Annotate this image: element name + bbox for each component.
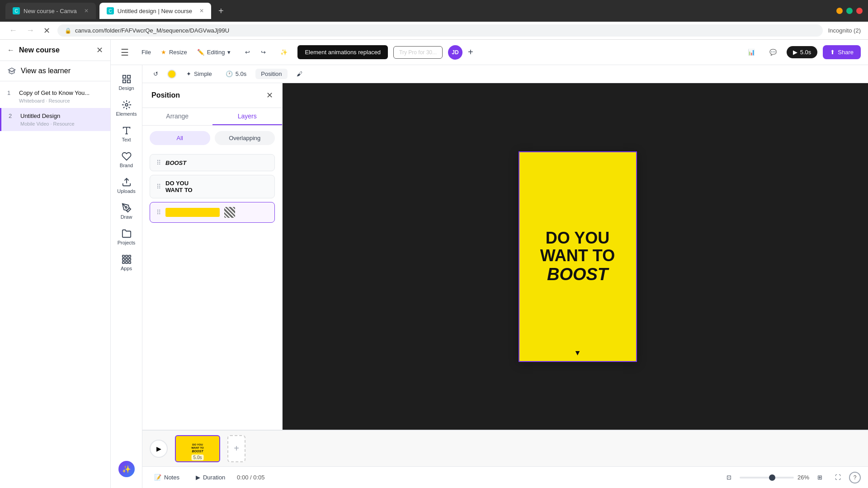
svg-rect-9: [122, 255, 124, 258]
filter-overlapping-button[interactable]: Overlapping: [215, 131, 275, 145]
share-label: Share: [838, 49, 854, 56]
refresh-animation-button[interactable]: ↺: [150, 69, 162, 79]
magic-button[interactable]: ✨: [118, 461, 135, 477]
forward-button[interactable]: →: [24, 24, 36, 37]
panel-title: Position: [151, 91, 180, 99]
design-icon: [122, 74, 132, 84]
dropdown-arrow-icon: ▾: [227, 49, 231, 56]
copy-style-icon: 🖌: [297, 70, 302, 77]
profile-avatar[interactable]: JD: [448, 45, 462, 60]
sidebar-item-apps[interactable]: Apps: [113, 251, 140, 275]
reload-button[interactable]: ✕: [42, 24, 52, 38]
sidebar-item-draw[interactable]: Draw: [113, 199, 140, 223]
analytics-icon: 📊: [748, 49, 755, 56]
main-app-area: ☰ File ★ Resize ✏️ Editing ▾ ↩ ↪ ✨ Eleme…: [111, 40, 868, 488]
notes-icon: 📝: [154, 474, 161, 481]
tab-layers[interactable]: Layers: [212, 108, 283, 125]
apps-label: Apps: [121, 266, 132, 271]
resize-button[interactable]: ★ Resize: [161, 49, 187, 56]
tab-arrange[interactable]: Arrange: [142, 108, 212, 125]
minimize-button[interactable]: [836, 8, 843, 14]
course-item-2-subtitle: Mobile Video · Resource: [20, 121, 103, 127]
duration-button[interactable]: 🕐 5.0s: [222, 69, 250, 79]
share-button[interactable]: ⬆ Share: [823, 45, 861, 59]
color-swatch[interactable]: [167, 70, 176, 79]
undo-button[interactable]: ↩: [241, 46, 255, 58]
position-button[interactable]: Position: [255, 69, 287, 79]
canvas-slide[interactable]: DO YOUWANT TO BOOST: [519, 151, 637, 362]
clock-icon: 🕐: [226, 70, 233, 77]
layer-do-you-want[interactable]: ⠿ DO YOUWANT TO: [150, 175, 275, 198]
svg-point-8: [125, 206, 127, 208]
view-as-learner-button[interactable]: View as learner: [0, 61, 110, 81]
notes-button[interactable]: 📝 Notes: [150, 471, 184, 483]
layer-yellow-rect[interactable]: ⠿: [150, 202, 275, 223]
view-as-learner-label: View as learner: [21, 67, 71, 75]
simple-animation-button[interactable]: ✦ Simple: [182, 69, 217, 79]
svg-rect-10: [125, 255, 127, 258]
add-slide-button[interactable]: +: [227, 435, 245, 462]
screen-size-button[interactable]: ⊡: [722, 471, 736, 483]
grid-view-button[interactable]: ⊞: [813, 471, 827, 483]
duration-bottom-label: Duration: [203, 474, 225, 481]
timeline-slide-1[interactable]: DO YOU WANT TO BOOST 5.0s: [175, 435, 220, 462]
course-items-list: 1 Copy of Get to Know You... Whiteboard …: [0, 81, 110, 488]
filter-all-button[interactable]: All: [150, 131, 210, 145]
duration-icon: ▶: [196, 474, 200, 481]
tab-1[interactable]: C New course - Canva ✕: [5, 3, 96, 19]
svg-rect-13: [125, 258, 127, 261]
slide-duration: 5.0s: [192, 455, 204, 460]
sidebar-item-projects[interactable]: Projects: [113, 225, 140, 249]
tab-2[interactable]: C Untitled design | New course ✕: [99, 3, 211, 19]
svg-rect-0: [123, 75, 125, 78]
maximize-button[interactable]: [846, 8, 853, 14]
timeline-section: ▶ DO YOU WANT TO BOOST 5.0s: [142, 430, 868, 488]
layer-boost[interactable]: ⠿ BOOST: [150, 154, 275, 171]
tab2-favicon: C: [107, 7, 114, 14]
play-timeline-button[interactable]: ▶: [150, 440, 168, 458]
hamburger-menu-button[interactable]: ☰: [118, 44, 132, 61]
svg-rect-3: [123, 80, 125, 83]
editing-button[interactable]: ✏️ Editing ▾: [193, 46, 236, 58]
course-item-2-num: 2: [9, 113, 16, 119]
fullscreen-button[interactable]: ⛶: [830, 471, 845, 483]
comments-button[interactable]: 💬: [765, 46, 781, 58]
window-close-button[interactable]: [856, 8, 863, 14]
stripe-pattern-icon: [224, 207, 235, 218]
course-item-1[interactable]: 1 Copy of Get to Know You... Whiteboard …: [0, 85, 110, 108]
sidebar-item-elements[interactable]: Elements: [113, 96, 140, 120]
back-button[interactable]: ←: [7, 24, 19, 37]
star-icon: ★: [161, 49, 166, 56]
position-label: Position: [261, 70, 282, 77]
sidebar-item-uploads[interactable]: Uploads: [113, 174, 140, 197]
sidebar-header: ← New course ✕: [0, 40, 110, 61]
analytics-button[interactable]: 📊: [743, 46, 760, 58]
tab2-close[interactable]: ✕: [199, 8, 204, 14]
draw-icon: [122, 203, 132, 213]
duration-bottom-button[interactable]: ▶ Duration: [191, 471, 230, 483]
course-item-2-info: Untitled Design Mobile Video · Resource: [20, 113, 103, 127]
file-menu-button[interactable]: File: [137, 46, 156, 58]
course-item-2[interactable]: 2 Untitled Design Mobile Video · Resourc…: [0, 108, 110, 131]
tab1-close[interactable]: ✕: [84, 8, 89, 14]
sidebar-item-text[interactable]: Text: [113, 122, 140, 146]
panel-close-button[interactable]: ✕: [266, 90, 273, 100]
sidebar-close-button[interactable]: ✕: [96, 45, 103, 55]
url-bar[interactable]: 🔒 canva.com/folder/FAFVwcrQe_M/sequence/…: [57, 24, 823, 37]
play-button-toolbar[interactable]: ▶ 5.0s: [787, 46, 818, 58]
try-pro-button[interactable]: Try Pro for 30...: [393, 46, 443, 59]
back-to-courses-button[interactable]: ←: [7, 46, 14, 54]
zoom-slider[interactable]: [740, 477, 794, 479]
sidebar-item-brand[interactable]: Brand: [113, 148, 140, 172]
style-copy-button[interactable]: 🖌: [293, 69, 306, 79]
refresh-icon: ↺: [153, 70, 158, 77]
zoom-level: 26%: [797, 474, 809, 481]
sidebar-item-design[interactable]: Design: [113, 70, 140, 94]
try-pro-label: Try Pro for 30...: [399, 49, 437, 56]
help-button[interactable]: ?: [849, 472, 861, 483]
tab2-label: Untitled design | New course: [118, 8, 192, 14]
redo-button[interactable]: ↪: [256, 46, 270, 58]
add-collaborator-button[interactable]: +: [468, 47, 473, 57]
new-tab-button[interactable]: +: [215, 4, 227, 18]
magic-tool-button[interactable]: ✨: [276, 46, 292, 58]
